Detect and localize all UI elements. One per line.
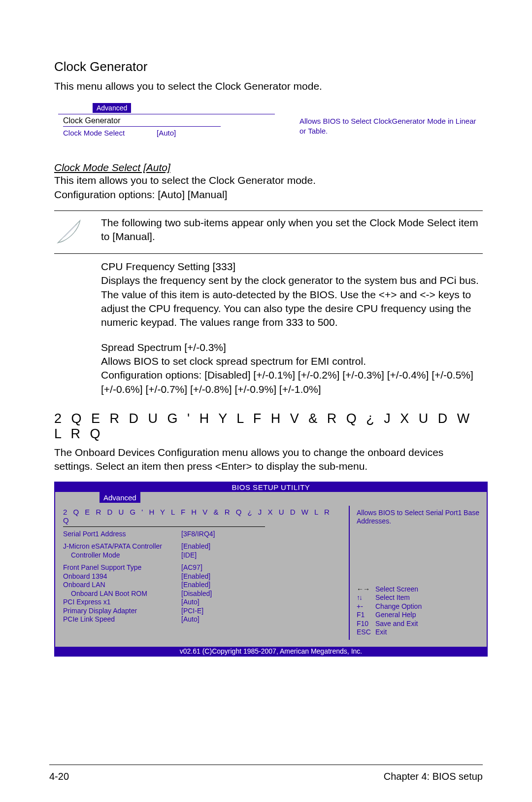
bios-help-text: Allows BIOS to Select ClockGenerator Mod… [285, 114, 482, 137]
bios-item-value: [Enabled] [181, 572, 210, 581]
bios-tab-advanced[interactable]: Advanced [93, 103, 131, 113]
nav-label: Change Option [375, 602, 422, 611]
item-heading: Clock Mode Select [Auto] [54, 162, 483, 174]
page-number: 4-20 [49, 771, 69, 782]
bios-item-primary-display-adapter[interactable]: Primary Display Adapter [PCI-E] [63, 607, 343, 616]
bios-item-value: [IDE] [181, 551, 197, 560]
divider [63, 126, 221, 127]
item-heading: Spread Spectrum [+/-0.3%] [101, 341, 483, 354]
bios-item-onboard-lan[interactable]: Onboard LAN [Enabled] [63, 581, 343, 590]
chapter-label: Chapter 4: BIOS setup [384, 771, 483, 782]
arrow-up-down-icon: ↑↓ [357, 593, 362, 601]
bios-item-front-panel-support[interactable]: Front Panel Support Type [AC97] [63, 563, 343, 572]
section-intro: The Onboard Devices Configuration menu a… [54, 446, 483, 474]
item-config-options: Configuration options: [Disabled] [+/-0.… [101, 368, 483, 396]
note-text: The following two sub-items appear only … [101, 216, 483, 248]
bios-item-label: Onboard LAN [63, 581, 181, 590]
section-title: Clock Generator [54, 59, 483, 74]
bios-item-label: PCI Express x1 [63, 598, 181, 607]
bios-item-pci-express-x1[interactable]: PCI Express x1 [Auto] [63, 598, 343, 607]
bios-item-label: Onboard LAN Boot ROM [63, 590, 181, 598]
note-block: The following two sub-items appear only … [54, 210, 483, 254]
page-footer: 4-20 Chapter 4: BIOS setup [49, 765, 483, 782]
bios-item-value: [Auto] [181, 598, 200, 607]
bios-item-value: [Auto] [157, 129, 176, 137]
bios-item-label: J-Micron eSATA/PATA Controller [63, 542, 181, 551]
section-intro: This menu allows you to select the Clock… [54, 79, 483, 93]
bios-item-value: [Disabled] [181, 590, 212, 598]
nav-label: Save and Exit [375, 620, 418, 628]
nav-key: +- [357, 602, 375, 611]
nav-key: ESC [357, 628, 375, 637]
nav-label: Exit [375, 628, 387, 637]
item-body: Displays the frequency sent by the clock… [101, 274, 483, 329]
bios-item-label: Clock Mode Select [63, 129, 157, 137]
bios-left-pane: 2 Q E R D U G ' H Y L F H V & R Q ¿ J X … [55, 506, 349, 640]
bios-right-pane: Allows BIOS to Select Serial Port1 Base … [349, 506, 487, 640]
item-config-options: Configuration options: [Auto] [Manual] [54, 188, 483, 202]
bios-help-text: Allows BIOS to Select Serial Port1 Base … [357, 509, 482, 526]
bios-item-onboard-1394[interactable]: Onboard 1394 [Enabled] [63, 572, 343, 581]
arrow-left-right-icon: ←→ [357, 585, 369, 593]
bios-item-label: Serial Port1 Address [63, 530, 181, 539]
item-body: Allows BIOS to set clock spread spectrum… [101, 354, 483, 368]
divider [54, 253, 483, 254]
bios-item-onboard-lan-boot-rom[interactable]: Onboard LAN Boot ROM [Disabled] [63, 590, 343, 598]
manual-page: Clock Generator This menu allows you to … [0, 0, 532, 802]
bios-item-label: PCIe Link Speed [63, 615, 181, 624]
bios-panel-title: 2 Q E R D U G ' H Y L F H V & R Q ¿ J X … [63, 506, 343, 524]
bios-item-label: Onboard 1394 [63, 572, 181, 581]
nav-label: Select Screen [375, 585, 418, 594]
bios-item-jmicron-esata-pata[interactable]: J-Micron eSATA/PATA Controller [Enabled] [63, 542, 343, 551]
item-desc: This item allows you to select the Clock… [54, 174, 483, 187]
bios-tab-advanced[interactable]: Advanced [100, 492, 140, 503]
bios-item-value: [AC97] [181, 563, 202, 572]
bios-item-pcie-link-speed[interactable]: PCIe Link Speed [Auto] [63, 615, 343, 624]
bios-clock-generator-panel: Advanced Clock Generator Clock Mode Sele… [58, 103, 482, 137]
bios-item-serial-port1-address[interactable]: Serial Port1 Address [3F8/IRQ4] [63, 530, 343, 539]
nav-key: F1 [357, 611, 375, 620]
bios-item-label: Controller Mode [63, 551, 181, 560]
bios-onboard-devices-panel: BIOS SETUP UTILITY Advanced 2 Q E R D U … [54, 482, 488, 657]
item-heading: CPU Frequency Setting [333] [101, 260, 483, 274]
bios-title-bar: BIOS SETUP UTILITY [55, 483, 487, 492]
bios-item-value: [Auto] [181, 615, 200, 624]
section-number-heading: 2 Q E R D U G ' H Y L F H V & R Q ¿ J X … [54, 411, 483, 442]
bios-item-value: [PCI-E] [181, 607, 203, 616]
bios-item-clock-mode-select[interactable]: Clock Mode Select [Auto] [63, 129, 285, 137]
bios-nav-help: ←→ Select Screen ↑↓ Select Item +- Chang… [357, 585, 482, 637]
nav-label: General Help [375, 611, 416, 620]
bios-item-value: [3F8/IRQ4] [181, 530, 215, 539]
divider [63, 526, 265, 527]
bios-item-label: Front Panel Support Type [63, 563, 181, 572]
bios-item-value: [Enabled] [181, 581, 210, 590]
bios-panel-title: Clock Generator [63, 116, 285, 125]
nav-label: Select Item [375, 593, 410, 602]
bios-item-controller-mode[interactable]: Controller Mode [IDE] [63, 551, 343, 560]
feather-icon [54, 216, 101, 248]
bios-tab-row: Advanced [55, 492, 487, 506]
bios-item-value: [Enabled] [181, 542, 210, 551]
bios-item-label: Primary Display Adapter [63, 607, 181, 616]
divider [54, 210, 483, 211]
bios-copyright: v02.61 (C)Copyright 1985-2007, American … [55, 647, 487, 656]
nav-key: F10 [357, 620, 375, 628]
